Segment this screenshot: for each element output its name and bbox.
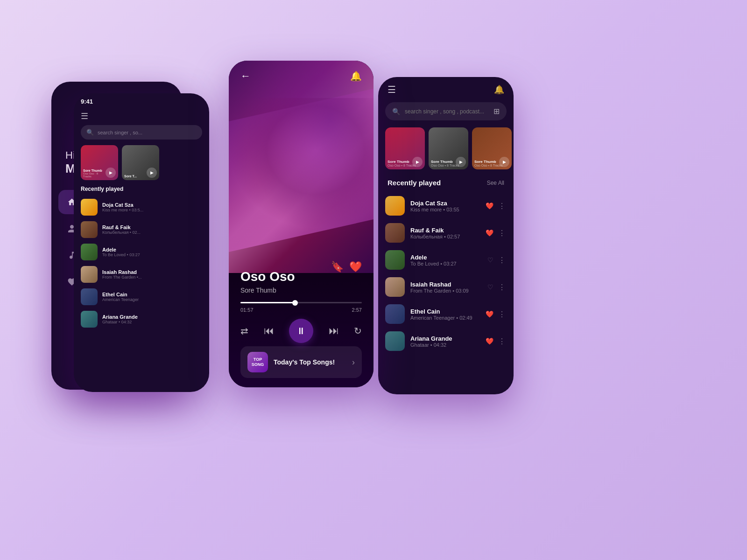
right-song-text-3: Adele To Be Loved • 03:27: [410, 254, 482, 266]
see-all-button[interactable]: See All: [487, 180, 504, 186]
next-button[interactable]: ⏭: [329, 325, 339, 337]
right-phone: ☰ 🔔 🔍 ⊞ Sore Thumb Oso Oso • 8 Tracks ▶ …: [378, 77, 514, 394]
mini-menu-icon[interactable]: ☰: [81, 111, 88, 121]
right-thumb-6: [385, 331, 405, 351]
right-song-text-5: Ethel Cain American Teenager • 02:49: [410, 308, 480, 321]
top-songs-bar[interactable]: TOPSONG Today's Top Songs! ›: [240, 346, 362, 378]
mini-song-info-6: Ariana Grande Ghataar • 04:32: [102, 314, 138, 324]
right-song-item-2[interactable]: Rauf & Faik Колыбельная • 02:57 ❤️ ⋮: [378, 219, 514, 246]
right-song-item-6[interactable]: Ariana Grande Ghataar • 04:32 ❤️ ⋮: [378, 328, 514, 355]
mini-phone: 9:41 ☰ 🔍 search singer , so... Sore Thum…: [74, 93, 209, 392]
mini-header: ☰: [74, 107, 209, 125]
right-card-2[interactable]: Sore Thumb Oso Oso • 8 Tracks ▶: [429, 127, 468, 169]
mini-cards: Sore Thumb Oso Oso · 8 Tracks ▶ Sore T..…: [74, 145, 209, 186]
right-song-text-4: Isaiah Rashad From The Garden • 03:09: [410, 281, 482, 294]
right-search-input[interactable]: [405, 108, 489, 115]
right-search-icon: 🔍: [392, 108, 400, 115]
song-info: Oso Oso Sore Thumb: [240, 269, 362, 294]
mini-card-1-sub: Oso Oso · 8 Tracks: [83, 172, 106, 178]
bell-icon[interactable]: 🔔: [350, 70, 362, 82]
right-card-3[interactable]: Sore Thumb Oso Oso • 8 Tracks ▶: [472, 127, 512, 169]
shuffle-button[interactable]: ⇄: [240, 325, 248, 336]
mini-search-text: search singer , so...: [98, 130, 142, 135]
right-card-3-play[interactable]: ▶: [499, 157, 509, 167]
grid-icon[interactable]: ⊞: [493, 107, 500, 116]
top-song-icon: TOPSONG: [247, 352, 268, 372]
mini-thumb-4: [81, 266, 98, 283]
right-heart-3[interactable]: ♡: [487, 256, 493, 264]
mini-thumb-6: [81, 311, 98, 328]
right-more-3[interactable]: ⋮: [498, 256, 507, 265]
right-heart-1[interactable]: ❤️: [486, 202, 493, 210]
right-menu-icon[interactable]: ☰: [388, 84, 396, 95]
right-thumb-3: [385, 250, 405, 270]
right-song-item-1[interactable]: Doja Cat Sza Kiss me more • 03:55 ❤️ ⋮: [378, 192, 514, 219]
right-more-5[interactable]: ⋮: [498, 310, 507, 319]
mini-song-info-5: Ethel Cain American Teenager: [102, 292, 139, 302]
right-more-2[interactable]: ⋮: [498, 229, 507, 238]
mini-time: 9:41: [74, 93, 209, 107]
mini-card-2[interactable]: Sore T... ▶: [122, 145, 159, 180]
right-song-item-4[interactable]: Isaiah Rashad From The Garden • 03:09 ♡ …: [378, 273, 514, 301]
right-more-1[interactable]: ⋮: [498, 202, 507, 210]
top-songs-label: Today's Top Songs!: [274, 358, 346, 366]
right-song-text-2: Rauf & Faik Колыбельная • 02:57: [410, 227, 480, 239]
right-search-bar[interactable]: 🔍 ⊞: [385, 102, 507, 120]
right-song-item-5[interactable]: Ethel Cain American Teenager • 02:49 ❤️ …: [378, 301, 514, 328]
right-card-1-play[interactable]: ▶: [412, 157, 423, 167]
mini-card-2-play[interactable]: ▶: [147, 168, 157, 178]
progress-bar[interactable]: [240, 302, 362, 303]
mini-song-item-1[interactable]: Doja Cat Sza Kiss me more • 03:5...: [74, 196, 209, 218]
mini-song-info-3: Adele To Be Loved • 03:27: [102, 247, 140, 257]
mini-thumb-3: [81, 244, 98, 260]
mini-thumb-1: [81, 199, 98, 216]
progress-section: 01:57 2:57: [240, 302, 362, 313]
right-card-2-play[interactable]: ▶: [456, 157, 466, 167]
right-thumb-2: [385, 223, 405, 243]
right-thumb-1: [385, 196, 405, 216]
play-pause-button[interactable]: ⏸: [289, 319, 313, 343]
right-thumb-4: [385, 277, 405, 297]
previous-button[interactable]: ⏮: [264, 325, 274, 337]
mini-card-1[interactable]: Sore Thumb Oso Oso · 8 Tracks ▶: [81, 145, 118, 180]
mini-thumb-2: [81, 221, 98, 238]
mini-card-1-name: Sore Thumb: [83, 169, 106, 172]
chevron-right-icon: ›: [352, 357, 355, 367]
center-header: ← 🔔: [229, 61, 374, 82]
mini-song-item-5[interactable]: Ethel Cain American Teenager: [74, 286, 209, 308]
back-button[interactable]: ←: [240, 70, 251, 82]
right-more-4[interactable]: ⋮: [498, 283, 507, 292]
album-title: Sore Thumb: [240, 287, 362, 294]
right-heart-5[interactable]: ❤️: [486, 310, 493, 318]
time-labels: 01:57 2:57: [240, 307, 362, 313]
right-song-text-6: Ariana Grande Ghataar • 04:32: [410, 335, 480, 348]
right-cards-row: Sore Thumb Oso Oso • 8 Tracks ▶ Sore Thu…: [378, 127, 514, 176]
repeat-button[interactable]: ↻: [354, 325, 362, 336]
mini-search-bar[interactable]: 🔍 search singer , so...: [81, 125, 202, 140]
right-thumb-5: [385, 304, 405, 324]
progress-thumb: [292, 300, 298, 306]
mini-song-item-4[interactable]: Isaiah Rashad From The Garden •...: [74, 263, 209, 286]
right-more-6[interactable]: ⋮: [498, 337, 507, 346]
recently-played-label: Recently played: [388, 179, 441, 187]
mini-card-1-play[interactable]: ▶: [106, 168, 116, 178]
mini-thumb-5: [81, 288, 98, 305]
right-card-1[interactable]: Sore Thumb Oso Oso • 8 Tracks ▶: [385, 127, 425, 169]
right-song-text-1: Doja Cat Sza Kiss me more • 03:55: [410, 200, 480, 212]
mini-song-item-3[interactable]: Adele To Be Loved • 03:27: [74, 241, 209, 263]
mini-song-info-1: Doja Cat Sza Kiss me more • 03:5...: [102, 202, 143, 212]
right-bell-icon[interactable]: 🔔: [494, 84, 504, 95]
right-song-item-3[interactable]: Adele To Be Loved • 03:27 ♡ ⋮: [378, 246, 514, 273]
mini-card-2-name: Sore T...: [124, 175, 148, 178]
mini-song-item-2[interactable]: Rauf & Faik Колыбельная • 02...: [74, 218, 209, 241]
right-header: ☰ 🔔: [378, 77, 514, 102]
center-phone: ← 🔔 🔖 ❤️ Oso Oso Sore Thumb 01:57 2:57 ⇄…: [229, 61, 374, 387]
right-heart-4[interactable]: ♡: [487, 283, 493, 291]
playback-controls: ⇄ ⏮ ⏸ ⏭ ↻: [240, 319, 362, 343]
right-heart-6[interactable]: ❤️: [486, 337, 493, 345]
song-title: Oso Oso: [240, 269, 362, 284]
mini-song-item-6[interactable]: Ariana Grande Ghataar • 04:32: [74, 308, 209, 330]
mini-recently-played-label: Recently played: [74, 186, 209, 196]
right-heart-2[interactable]: ❤️: [486, 229, 493, 237]
current-time: 01:57: [240, 307, 254, 313]
